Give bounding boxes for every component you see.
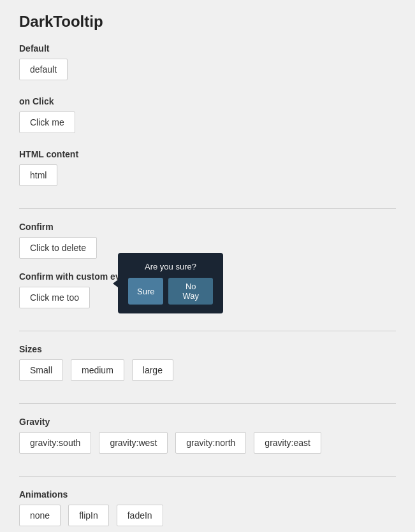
html-button[interactable]: html: [19, 164, 57, 186]
onclick-section: on Click Click me: [19, 96, 396, 143]
html-label: HTML content: [19, 149, 396, 159]
gravity-south-button[interactable]: gravity:south: [19, 432, 91, 454]
animations-label: Animations: [19, 489, 396, 500]
size-large-button[interactable]: large: [132, 359, 173, 381]
gravity-section: Gravity gravity:south gravity:west gravi…: [19, 417, 396, 463]
divider-4: [19, 476, 396, 477]
click-me-button[interactable]: Click me: [19, 111, 75, 133]
animation-none-button[interactable]: none: [19, 505, 61, 526]
gravity-north-button[interactable]: gravity:north: [175, 432, 246, 454]
noway-button[interactable]: No Way: [168, 278, 213, 305]
confirm-section: Confirm Click to delete Are you sure? Su…: [19, 222, 396, 259]
size-small-button[interactable]: Small: [19, 359, 63, 381]
sizes-section: Sizes Small medium large: [19, 344, 396, 391]
tooltip-buttons: Sure No Way: [128, 278, 213, 305]
default-label: Default: [19, 43, 396, 54]
default-section: Default default: [19, 43, 396, 90]
click-me-too-button[interactable]: Click me too: [19, 287, 90, 308]
confirm-tooltip: Are you sure? Sure No Way: [118, 253, 223, 313]
animations-buttons-row: none flipIn fadeIn: [19, 505, 396, 526]
gravity-west-button[interactable]: gravity:west: [99, 432, 168, 454]
divider-1: [19, 208, 396, 209]
animations-section: Animations none flipIn fadeIn: [19, 489, 396, 532]
animation-flipin-button[interactable]: flipIn: [68, 505, 109, 526]
onclick-label: on Click: [19, 96, 396, 106]
divider-3: [19, 403, 396, 404]
sure-button[interactable]: Sure: [128, 278, 163, 305]
size-medium-button[interactable]: medium: [71, 359, 124, 381]
confirm-label: Confirm: [19, 222, 396, 232]
default-button[interactable]: default: [19, 59, 68, 80]
page-title: DarkTooltip: [19, 13, 396, 31]
animation-fadein-button[interactable]: fadeIn: [117, 505, 163, 526]
tooltip-title: Are you sure?: [128, 262, 213, 271]
gravity-buttons-row: gravity:south gravity:west gravity:north…: [19, 432, 396, 454]
gravity-east-button[interactable]: gravity:east: [254, 432, 321, 454]
click-to-delete-button[interactable]: Click to delete: [19, 237, 97, 259]
sizes-label: Sizes: [19, 344, 396, 354]
html-section: HTML content html: [19, 149, 396, 196]
gravity-label: Gravity: [19, 417, 396, 427]
sizes-buttons-row: Small medium large: [19, 359, 396, 381]
divider-2: [19, 331, 396, 331]
